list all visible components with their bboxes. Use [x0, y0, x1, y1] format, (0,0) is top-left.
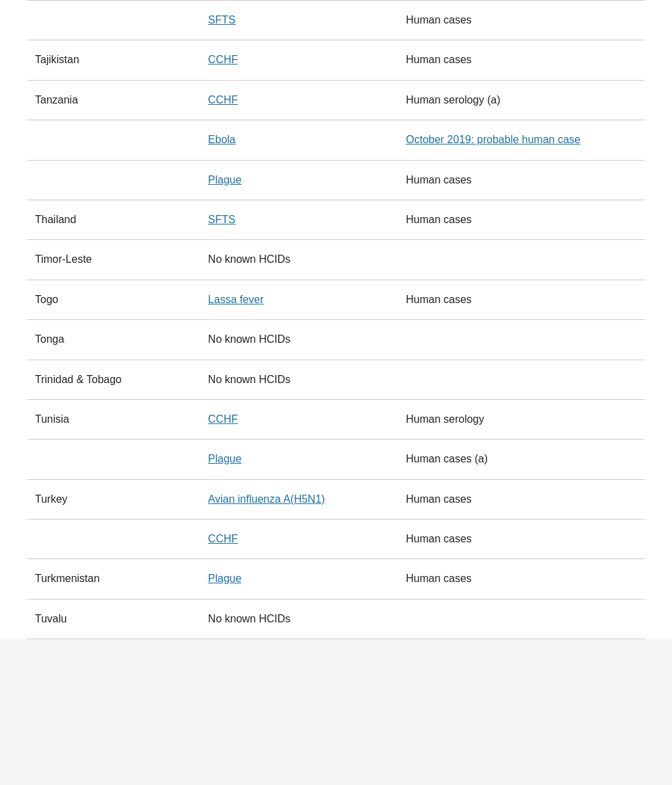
evidence-cell: Human cases	[398, 559, 645, 599]
table-row: Trinidad & TobagoNo known HCIDs	[27, 360, 645, 399]
evidence-cell: Human cases (a)	[398, 440, 645, 479]
evidence-cell	[398, 599, 645, 638]
disease-cell[interactable]: Plague	[200, 559, 398, 599]
disease-cell[interactable]: CCHF	[200, 520, 398, 559]
country-cell: Tanzania	[27, 80, 200, 120]
evidence-cell: Human cases	[398, 40, 645, 80]
table-row: SFTSHuman cases	[27, 1, 645, 40]
disease-link[interactable]: SFTS	[208, 214, 236, 225]
disease-cell: No known HCIDs	[200, 599, 398, 638]
country-cell: Trinidad & Tobago	[27, 360, 200, 399]
country-cell: Tunisia	[27, 399, 200, 439]
evidence-link[interactable]: October 2019: probable human case	[406, 134, 581, 145]
disease-cell[interactable]: Ebola	[200, 120, 398, 160]
country-cell: Thailand	[27, 200, 200, 239]
country-cell: Togo	[27, 280, 200, 319]
country-cell	[27, 160, 200, 200]
evidence-cell: Human cases	[398, 200, 645, 239]
disease-link[interactable]: Plague	[208, 573, 242, 584]
disease-cell[interactable]: SFTS	[200, 200, 398, 239]
table-row: EbolaOctober 2019: probable human case	[27, 120, 645, 160]
disease-link[interactable]: CCHF	[208, 413, 238, 425]
country-cell: Tonga	[27, 320, 200, 360]
table-row: TogoLassa feverHuman cases	[27, 280, 645, 319]
disease-link[interactable]: SFTS	[208, 14, 236, 26]
disease-cell: No known HCIDs	[200, 320, 398, 360]
table-row: TuvaluNo known HCIDs	[27, 599, 645, 638]
table-row: ThailandSFTSHuman cases	[27, 200, 645, 239]
country-cell	[27, 1, 200, 40]
country-cell: Turkey	[27, 479, 200, 519]
disease-link[interactable]: CCHF	[208, 533, 238, 544]
country-cell: Turkmenistan	[27, 559, 200, 599]
disease-link[interactable]: Plague	[208, 453, 242, 464]
table-row: PlagueHuman cases	[27, 160, 645, 200]
country-cell	[27, 120, 200, 160]
evidence-cell	[398, 320, 645, 360]
country-cell: Tajikistan	[27, 40, 200, 80]
disease-link[interactable]: CCHF	[208, 94, 238, 106]
table-row: TunisiaCCHFHuman serology	[27, 399, 645, 439]
disease-cell[interactable]: Plague	[200, 440, 398, 479]
evidence-cell: Human cases	[398, 520, 645, 559]
disease-link[interactable]: Avian influenza A(H5N1)	[208, 493, 325, 505]
disease-cell: No known HCIDs	[200, 360, 398, 399]
evidence-cell: Human serology	[398, 399, 645, 439]
disease-cell[interactable]: Lassa fever	[200, 280, 398, 319]
disease-cell: No known HCIDs	[200, 240, 398, 280]
disease-link[interactable]: Plague	[208, 174, 242, 185]
disease-cell[interactable]: CCHF	[200, 80, 398, 120]
evidence-cell: Human cases	[398, 1, 645, 40]
evidence-cell: Human serology (a)	[398, 80, 645, 120]
disease-link[interactable]: CCHF	[208, 54, 238, 65]
table-row: TanzaniaCCHFHuman serology (a)	[27, 80, 645, 120]
disease-cell[interactable]: SFTS	[200, 1, 398, 40]
evidence-cell: Human cases	[398, 160, 645, 200]
disease-cell[interactable]: CCHF	[200, 399, 398, 439]
table-row: TajikistanCCHFHuman cases	[27, 40, 645, 80]
evidence-cell[interactable]: October 2019: probable human case	[398, 120, 645, 160]
disease-cell[interactable]: Plague	[200, 160, 398, 200]
table-row: PlagueHuman cases (a)	[27, 440, 645, 479]
table-row: TongaNo known HCIDs	[27, 320, 645, 360]
disease-link[interactable]: Ebola	[208, 134, 236, 145]
country-cell: Tuvalu	[27, 599, 200, 638]
main-container: SFTSHuman casesTajikistanCCHFHuman cases…	[0, 0, 672, 639]
table-row: CCHFHuman cases	[27, 520, 645, 559]
evidence-cell: Human cases	[398, 479, 645, 519]
disease-link[interactable]: Lassa fever	[208, 294, 264, 305]
country-cell	[27, 520, 200, 559]
disease-table: SFTSHuman casesTajikistanCCHFHuman cases…	[27, 0, 645, 639]
evidence-cell	[398, 240, 645, 280]
evidence-cell	[398, 360, 645, 399]
table-row: TurkmenistanPlagueHuman cases	[27, 559, 645, 599]
disease-cell[interactable]: Avian influenza A(H5N1)	[200, 479, 398, 519]
table-row: Timor-LesteNo known HCIDs	[27, 240, 645, 280]
disease-cell[interactable]: CCHF	[200, 40, 398, 80]
country-cell	[27, 440, 200, 479]
country-cell: Timor-Leste	[27, 240, 200, 280]
table-row: TurkeyAvian influenza A(H5N1)Human cases	[27, 479, 645, 519]
evidence-cell: Human cases	[398, 280, 645, 319]
